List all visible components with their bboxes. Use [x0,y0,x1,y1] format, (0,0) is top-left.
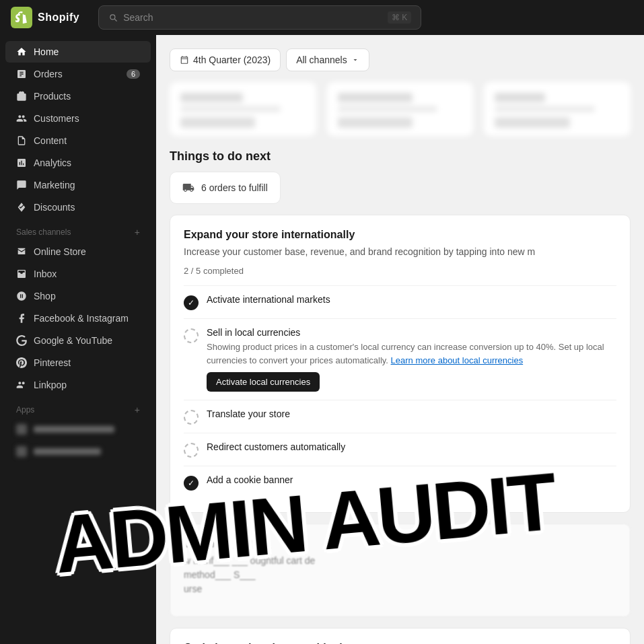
sidebar-item-label: Analytics [34,157,71,168]
sidebar-item-google-youtube[interactable]: Google & YouTube [5,330,151,351]
chevron-down-icon [351,56,359,64]
fulfill-icon [182,182,194,194]
analytics-icon [16,157,27,168]
search-placeholder: Search [123,12,153,23]
task-title-2: Sell in local currencies [207,327,616,338]
sidebar-item-home[interactable]: Home [5,41,151,63]
task-sell-currencies: Sell in local currencies Showing product… [184,318,616,400]
task-title-5: Add a cookie banner [207,474,293,485]
expand-store-title: Expand your store internationally [184,229,616,241]
sales-channels-section: Sales channels + [0,219,156,240]
task-check-pending-3 [184,443,199,458]
task-title-1: Activate international markets [207,294,330,305]
sidebar-item-label: Online Store [34,246,86,257]
sidebar-item-label: Google & YouTube [34,335,112,346]
task-title-4: Redirect customers automatically [207,441,345,452]
customers-icon [16,113,27,124]
expand-apps-icon[interactable]: + [135,404,140,415]
search-icon [108,13,118,22]
sidebar-item-label: Home [34,46,59,57]
fulfill-label: 6 orders to fulfill [201,182,268,193]
app-items [0,419,156,462]
learn-more-link[interactable]: Learn more about local currencies [391,355,524,365]
sidebar-item-marketing[interactable]: Marketing [5,174,151,196]
stat-card-1 [170,82,316,136]
task-desc-2: Showing product prices in a customer's l… [207,341,616,367]
orders-icon [16,69,27,79]
quarter-selector-button[interactable]: 4th Quarter (2023) [170,48,281,71]
search-shortcut: ⌘ K [388,11,411,24]
app-icon-1 [16,424,27,435]
app-item-2[interactable] [5,441,151,462]
main-content: 4th Quarter (2023) All channels Thi [156,35,644,644]
search-bar[interactable]: Search ⌘ K [98,5,421,30]
sidebar-item-facebook-instagram[interactable]: Facebook & Instagram [5,308,151,329]
section-title: Things to do next [170,149,631,164]
task-title-3: Translate your store [207,408,290,419]
orders-badge: 6 [127,69,140,79]
sidebar-item-inbox[interactable]: Inbox [5,263,151,285]
channels-label: All channels [296,55,347,65]
channels-selector-button[interactable]: All channels [286,48,369,71]
sidebar-item-label: Marketing [34,180,75,190]
app-label-2 [34,448,101,455]
task-redirect: Redirect customers automatically [184,433,616,466]
activate-currencies-button[interactable]: Activate local currencies [207,372,320,392]
app-label-1 [34,426,114,433]
task-check-pending-2 [184,410,199,425]
fulfill-orders-card[interactable]: 6 orders to fulfill [170,172,281,204]
quarter-label: 4th Quarter (2023) [193,55,271,65]
sidebar-item-label: Orders [34,69,63,79]
task-check-done-2: ✓ [184,476,199,491]
logo-text: shopify [38,11,79,24]
expand-sales-channels-icon[interactable]: + [135,227,140,238]
sidebar-item-label: Linkpop [34,380,67,390]
sidebar-item-label: Shop [34,291,56,301]
sidebar-item-label: Customers [34,113,79,124]
pinterest-icon [16,357,27,368]
sidebar-item-label: Discounts [34,202,75,213]
sidebar-item-orders[interactable]: Orders 6 [5,63,151,85]
discounts-icon [16,202,27,213]
sidebar: Home Orders 6 Products Customers Content… [0,35,156,644]
sidebar-item-discounts[interactable]: Discounts [5,196,151,218]
task-check-pending-1 [184,328,199,343]
home-icon [16,46,27,57]
conversion-desc: w to inf___ ___ oughtful cart demethod__… [184,554,616,596]
inbox-icon [16,269,27,279]
sidebar-item-analytics[interactable]: Analytics [5,152,151,174]
app-icon-2 [16,446,27,457]
apps-label: Apps [16,405,34,415]
logo: shopify [11,7,79,28]
marketing-icon [16,180,27,190]
stats-row [170,82,631,136]
conversion-card: conver___ vit___ w to inf___ ___ oughtfu… [170,524,631,617]
sidebar-item-pinterest[interactable]: Pinterest [5,352,151,373]
facebook-icon [16,313,27,324]
topbar: shopify Search ⌘ K [0,0,644,35]
sales-channels-label: Sales channels [16,227,71,237]
filter-row: 4th Quarter (2023) All channels [170,48,631,71]
sidebar-item-label: Products [34,91,71,102]
shipping-card: Optimize and scale your shipping strateg… [170,628,631,644]
store-icon [16,246,27,257]
shop-icon [16,291,27,301]
progress-label: 2 / 5 completed [184,266,616,276]
shopify-logo-icon [11,7,32,28]
task-translate: Translate your store [184,400,616,433]
sidebar-item-customers[interactable]: Customers [5,108,151,129]
task-cookie-banner: ✓ Add a cookie banner [184,466,616,499]
task-check-done-1: ✓ [184,295,199,310]
sidebar-item-content[interactable]: Content [5,130,151,151]
task-activate-markets: ✓ Activate international markets [184,285,616,318]
calendar-icon [180,55,189,65]
sidebar-item-products[interactable]: Products [5,85,151,107]
app-item-1[interactable] [5,419,151,440]
sidebar-item-online-store[interactable]: Online Store [5,241,151,262]
stat-card-3 [484,82,631,136]
sidebar-item-label: Facebook & Instagram [34,313,129,324]
sidebar-item-shop[interactable]: Shop [5,285,151,307]
sidebar-item-label: Pinterest [34,357,71,368]
sidebar-item-linkpop[interactable]: Linkpop [5,374,151,396]
expand-store-card: Expand your store internationally Increa… [170,215,631,513]
